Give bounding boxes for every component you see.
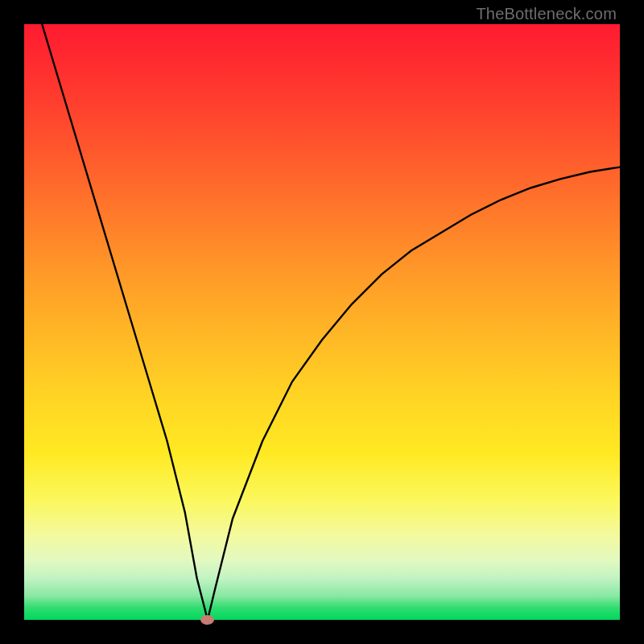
optimum-marker <box>200 615 214 625</box>
bottleneck-curve <box>42 24 620 620</box>
plot-area <box>24 24 620 620</box>
watermark-text: TheBottleneck.com <box>476 5 617 23</box>
chart-frame: TheBottleneck.com <box>0 0 644 644</box>
curve-svg <box>24 24 620 620</box>
